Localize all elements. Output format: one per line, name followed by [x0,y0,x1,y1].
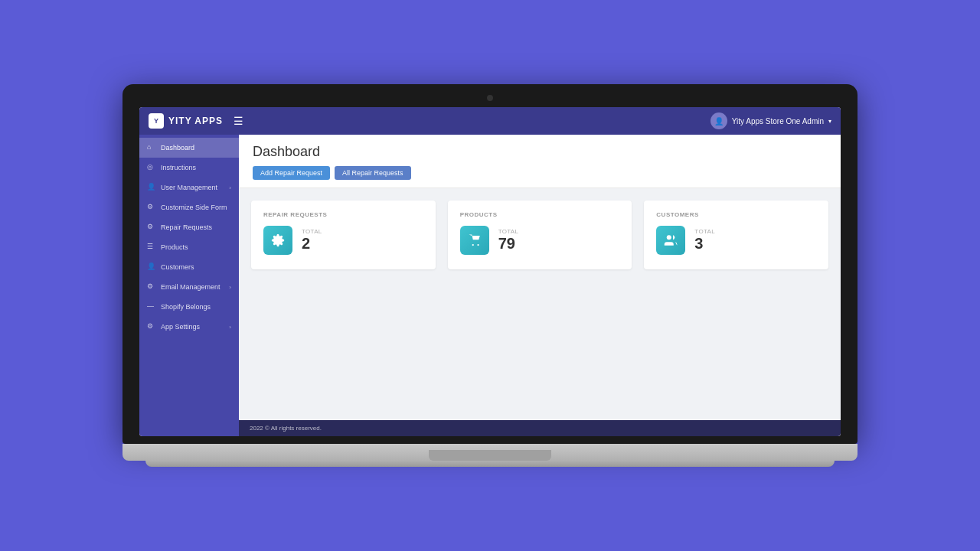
sidebar-label-app-settings: App Settings [161,323,200,331]
screen-bezel: Y YITY APPS ☰ 👤 Yity Apps Store One Admi… [122,84,858,444]
repair-requests-card: REPAIR REQUESTS TO [251,201,436,269]
chevron-right-icon3: › [229,324,231,331]
repair-requests-stats: TOTAL 2 [302,228,322,253]
user-name: Yity Apps Store One Admin [732,117,824,126]
laptop-foot [145,461,835,467]
svg-point-3 [667,235,671,240]
products-icon: ☰ [147,243,156,252]
products-card-title: PRODUCTS [460,211,620,218]
camera [487,95,493,101]
brand: Y YITY APPS ☰ [149,113,243,129]
cards-area: REPAIR REQUESTS TO [239,188,841,420]
sidebar-label-dashboard: Dashboard [161,144,194,152]
shopify-icon: — [147,302,156,311]
avatar: 👤 [710,112,727,129]
sidebar-item-app-settings[interactable]: ⚙ App Settings › [139,317,239,337]
customers-stats: TOTAL 3 [694,228,715,253]
sidebar-item-products[interactable]: ☰ Products [139,237,239,257]
repair-requests-card-title: REPAIR REQUESTS [263,211,423,218]
svg-point-2 [477,244,479,246]
sidebar-item-repair-requests[interactable]: ⚙ Repair Requests [139,217,239,237]
user-menu[interactable]: 👤 Yity Apps Store One Admin ▾ [710,112,831,129]
products-total-value: 79 [498,235,519,253]
sidebar-item-instructions[interactable]: ◎ Instructions [139,158,239,178]
sidebar-label-products: Products [161,243,188,251]
sidebar-label-customers: Customers [161,263,194,271]
laptop-base [122,444,858,461]
user-chevron-icon: ▾ [828,118,831,125]
chevron-right-icon: › [229,184,231,191]
content: Dashboard Add Repair Request All Repair … [239,135,841,436]
customers-card-body: TOTAL 3 [656,226,816,255]
repair-requests-total-label: TOTAL [302,228,322,235]
repair-requests-card-body: TOTAL 2 [263,226,423,255]
sidebar-item-email-management[interactable]: ⚙ Email Management › [139,277,239,297]
repair-requests-total-value: 2 [302,235,322,253]
content-header: Dashboard Add Repair Request All Repair … [239,135,841,188]
products-card-icon [460,226,489,255]
customers-total-value: 3 [694,235,715,253]
header-actions: Add Repair Request All Repair Requests [253,166,827,180]
sidebar-label-user-management: User Management [161,184,217,191]
app: Y YITY APPS ☰ 👤 Yity Apps Store One Admi… [139,107,841,436]
products-total-label: TOTAL [498,228,519,235]
email-icon: ⚙ [147,282,156,292]
sidebar-item-shopify-belongs[interactable]: — Shopify Belongs [139,297,239,317]
add-repair-request-button[interactable]: Add Repair Request [253,166,330,180]
sidebar-label-instructions: Instructions [161,164,196,171]
products-card-body: TOTAL 79 [460,226,620,255]
brand-name: YITY APPS [168,116,223,126]
customers-icon: 👤 [147,262,156,272]
chevron-right-icon2: › [229,284,231,291]
instructions-icon: ◎ [147,163,156,172]
user-management-icon: 👤 [147,183,156,192]
footer: 2022 © All rights reserved. [239,420,841,436]
hamburger-icon[interactable]: ☰ [234,115,243,127]
products-stats: TOTAL 79 [498,228,519,253]
sidebar: ⌂ Dashboard ◎ Instructions 👤 User Manage… [139,135,239,436]
sidebar-label-email-management: Email Management [161,283,220,291]
sidebar-item-customers[interactable]: 👤 Customers [139,257,239,277]
page-title: Dashboard [253,144,827,160]
topbar: Y YITY APPS ☰ 👤 Yity Apps Store One Admi… [139,107,841,135]
svg-point-1 [472,244,473,246]
repair-icon: ⚙ [147,223,156,232]
customers-card: CUSTOMERS [644,201,828,269]
sidebar-label-customize-side-form: Customize Side Form [161,204,227,211]
screen: Y YITY APPS ☰ 👤 Yity Apps Store One Admi… [139,107,841,436]
customers-card-icon [656,226,685,255]
brand-icon: Y [149,113,164,129]
sidebar-item-customize-side-form[interactable]: ⚙ Customize Side Form [139,197,239,217]
products-card: PRODUCTS [448,201,632,269]
sidebar-item-user-management[interactable]: 👤 User Management › [139,178,239,197]
sidebar-label-repair-requests: Repair Requests [161,223,212,231]
home-icon: ⌂ [147,143,156,152]
all-repair-requests-button[interactable]: All Repair Requests [335,166,411,180]
main-area: ⌂ Dashboard ◎ Instructions 👤 User Manage… [139,135,841,436]
settings-icon: ⚙ [147,322,156,331]
sidebar-label-shopify-belongs: Shopify Belongs [161,303,211,311]
repair-requests-card-icon [263,226,292,255]
customers-card-title: CUSTOMERS [656,211,816,218]
laptop-frame: Y YITY APPS ☰ 👤 Yity Apps Store One Admi… [122,84,858,467]
customize-icon: ⚙ [147,203,156,212]
sidebar-item-dashboard[interactable]: ⌂ Dashboard [139,138,239,158]
customers-total-label: TOTAL [694,228,715,235]
footer-text: 2022 © All rights reserved. [250,425,322,432]
